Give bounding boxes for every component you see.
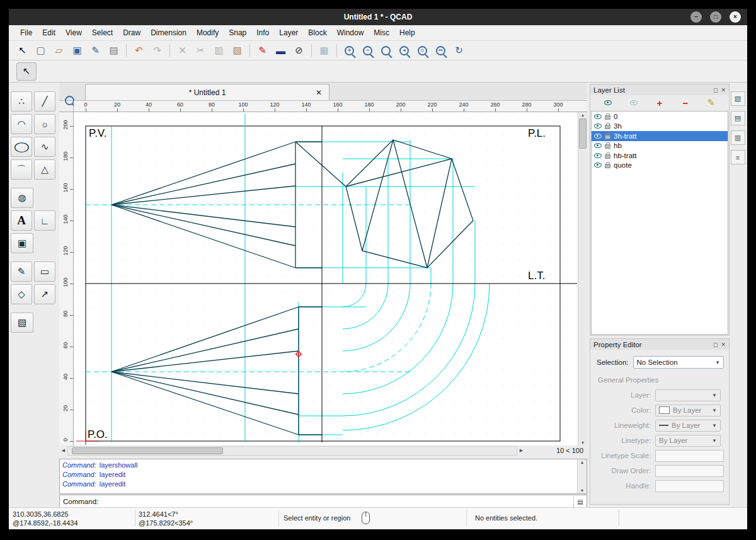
maximize-button[interactable]: □ <box>710 11 721 23</box>
antialiasing-button[interactable]: ⊘ <box>290 43 307 58</box>
layer-lock-icon[interactable] <box>605 144 610 149</box>
panel-float-icon[interactable]: ◻ <box>713 87 718 93</box>
panel-close-icon[interactable]: ✕ <box>721 87 726 93</box>
shape-tools-button[interactable]: △ <box>34 159 55 180</box>
layer-visibility-icon[interactable] <box>594 153 602 158</box>
layer-lock-icon[interactable] <box>605 115 610 120</box>
menu-dimension[interactable]: Dimension <box>146 26 192 39</box>
layer-lock-icon[interactable] <box>605 135 610 139</box>
lineweight-combo[interactable]: By Layer▼ <box>655 420 721 432</box>
image-tool-button[interactable]: ▣ <box>11 233 33 253</box>
drawing-preferences-button[interactable]: ✎ <box>87 43 104 58</box>
selection-pointer-button[interactable]: ↖ <box>14 43 31 58</box>
close-button[interactable]: × <box>730 11 741 23</box>
menu-layer[interactable]: Layer <box>274 26 303 39</box>
menu-file[interactable]: File <box>15 26 37 39</box>
zoom-out-button[interactable]: − <box>359 43 376 58</box>
layer-row-hb-tratt[interactable]: hb-tratt <box>592 151 728 161</box>
panel-float-icon[interactable]: ◻ <box>713 342 718 348</box>
spline-tools-button[interactable]: ∿ <box>34 137 55 157</box>
layer-visibility-icon[interactable] <box>594 143 602 148</box>
command-input[interactable] <box>102 496 573 507</box>
undo-button[interactable]: ↶ <box>130 43 147 58</box>
zoom-previous-button[interactable]: ◂ <box>396 43 413 58</box>
menu-snap[interactable]: Snap <box>224 26 251 39</box>
history-scroll-up-icon[interactable]: ▲ <box>580 460 585 464</box>
menu-view[interactable]: View <box>60 26 87 39</box>
handle-input[interactable] <box>655 480 724 492</box>
redo-button[interactable]: ↷ <box>149 43 166 58</box>
layer-row-3h[interactable]: 3h <box>592 122 728 132</box>
h-scroll-thumb[interactable] <box>72 447 223 454</box>
menu-draw[interactable]: Draw <box>118 26 146 39</box>
dimension-tools-button[interactable]: ∟ <box>34 210 55 231</box>
point-tools-button[interactable]: ∴ <box>11 91 32 112</box>
toggle-library-browser-button[interactable]: ▧ <box>731 91 745 106</box>
paste-button[interactable]: ▨ <box>229 43 246 58</box>
add-layer-button[interactable]: + <box>650 96 670 109</box>
panel-close-icon[interactable]: ✕ <box>721 342 726 348</box>
v-scrollbar[interactable]: ▲ ▼ <box>578 112 587 445</box>
minimize-button[interactable]: – <box>690 11 702 23</box>
pan-zoom-button[interactable]: ↔ <box>432 43 449 58</box>
toggle-block-list-button[interactable]: ▤ <box>731 111 745 125</box>
copy-button[interactable]: ▥ <box>210 43 227 58</box>
layer-visibility-icon[interactable] <box>594 163 602 168</box>
scroll-down-icon[interactable]: ▼ <box>581 440 585 445</box>
toggle-layer-list-button[interactable]: ▥ <box>731 130 745 145</box>
layer-visibility-icon[interactable] <box>594 114 602 119</box>
drawing-canvas[interactable]: P.V.P.L.L.T.P.O. <box>74 112 578 445</box>
screen-linetypes-button[interactable]: ▬ <box>272 43 289 58</box>
menu-select[interactable]: Select <box>87 26 118 39</box>
menu-misc[interactable]: Misc <box>369 26 394 39</box>
zoom-in-button[interactable]: + <box>341 43 358 58</box>
print-button[interactable]: ▤ <box>105 43 122 58</box>
scroll-left-icon[interactable]: ◀ <box>59 448 67 453</box>
open-file-button[interactable]: ▱ <box>50 43 67 58</box>
layer-combo[interactable]: ▼ <box>655 389 721 401</box>
modify-tools-button[interactable]: ◇ <box>11 284 32 304</box>
linetype-scale-input[interactable] <box>655 450 724 462</box>
color-combo[interactable]: By Layer▼ <box>655 405 721 416</box>
draw-order-input[interactable] <box>655 465 724 477</box>
hatch-tool-button[interactable]: ◍ <box>11 188 33 208</box>
text-tool-button[interactable]: A <box>11 210 32 231</box>
document-tab[interactable]: * Untitled 1 ✕ <box>85 84 329 100</box>
ellipse-tools-button[interactable]: ◯ <box>11 137 32 157</box>
edit-layer-button[interactable]: ✎ <box>701 96 721 109</box>
v-scroll-thumb[interactable] <box>579 118 587 149</box>
active-selection-tool-button[interactable]: ↖ <box>16 62 37 81</box>
refresh-view-button[interactable]: ↻ <box>450 43 467 58</box>
scroll-right-icon[interactable]: ▶ <box>517 448 525 453</box>
h-scrollbar[interactable] <box>67 446 517 456</box>
reset-button[interactable]: ✕ <box>174 43 191 58</box>
new-file-button[interactable]: ▢ <box>32 43 49 58</box>
menu-modify[interactable]: Modify <box>192 26 224 39</box>
layer-lock-icon[interactable] <box>605 154 610 159</box>
layer-row-quote[interactable]: quote <box>592 161 728 171</box>
menu-info[interactable]: Info <box>251 26 274 39</box>
menu-window[interactable]: Window <box>332 26 369 39</box>
polyline-tools-button[interactable]: ⌒ <box>11 159 32 180</box>
command-options-icon[interactable]: ▤ <box>573 496 587 507</box>
scroll-up-icon[interactable]: ▲ <box>581 113 585 117</box>
layer-lock-icon[interactable] <box>605 164 610 168</box>
selection-combo[interactable]: No Selection ▼ <box>633 356 724 369</box>
toggle-property-editor-button[interactable]: ≡ <box>731 150 745 164</box>
remove-layer-button[interactable]: − <box>675 96 696 109</box>
circle-tools-button[interactable]: ○ <box>34 114 55 134</box>
layer-row-0[interactable]: 0 <box>592 112 728 122</box>
layer-visibility-icon[interactable] <box>594 134 602 139</box>
hide-all-layers-button[interactable] <box>624 96 644 109</box>
arc-tools-button[interactable]: ◠ <box>11 114 32 134</box>
menu-help[interactable]: Help <box>394 26 420 39</box>
save-file-button[interactable]: ▣ <box>69 43 86 58</box>
draft-mode-button[interactable]: ✎ <box>254 43 271 58</box>
history-scrollbar[interactable]: ▲ ▼ <box>577 459 587 493</box>
layer-row-3h-tratt[interactable]: 3h-tratt <box>592 131 728 141</box>
cut-button[interactable]: ✂ <box>192 43 209 58</box>
zoom-window-button[interactable]: ▫ <box>414 43 431 58</box>
tab-close-icon[interactable]: ✕ <box>316 88 322 97</box>
snap-tools-button[interactable]: ↗ <box>34 284 55 304</box>
layer-row-hb[interactable]: hb <box>592 141 728 151</box>
